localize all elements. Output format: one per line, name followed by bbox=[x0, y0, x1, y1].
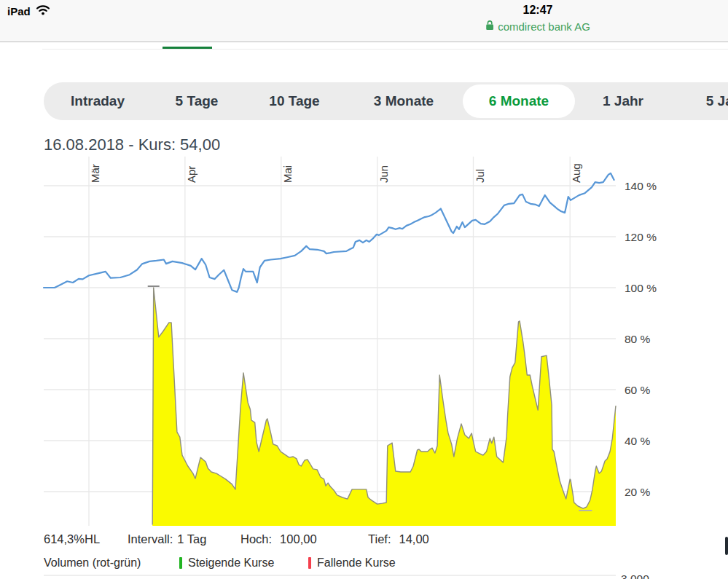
site-name: comdirect bank AG bbox=[498, 20, 590, 33]
up-label: Steigende Kurse bbox=[188, 556, 274, 570]
svg-text:Jun: Jun bbox=[377, 165, 390, 183]
address-bar[interactable]: comdirect bank AG bbox=[485, 20, 590, 33]
svg-text:Jul: Jul bbox=[474, 169, 486, 183]
interval-label: Intervall: bbox=[128, 532, 173, 545]
interval-value: 1 Tag bbox=[177, 532, 206, 545]
tab-intraday[interactable]: Intraday bbox=[71, 82, 125, 120]
tab-1-jahr[interactable]: 1 Jahr bbox=[603, 82, 643, 120]
svg-text:60 %: 60 % bbox=[625, 384, 651, 396]
tab-5-tage[interactable]: 5 Tage bbox=[176, 82, 219, 120]
status-bar: iPad 12:47 comdirect bank AG bbox=[0, 0, 728, 42]
lock-icon bbox=[485, 20, 494, 33]
svg-text:Mär: Mär bbox=[89, 164, 101, 183]
svg-text:Apr: Apr bbox=[185, 166, 197, 183]
down-label: Fallende Kurse bbox=[317, 556, 396, 570]
toolbar-rule bbox=[42, 49, 728, 50]
svg-text:80 %: 80 % bbox=[625, 333, 651, 345]
hoch-label: Hoch: bbox=[240, 532, 272, 545]
hoch-value: 100,00 bbox=[280, 532, 316, 545]
wifi-icon bbox=[36, 4, 50, 17]
hl-value: 614,3%HL bbox=[44, 532, 100, 546]
legend-up: Steigende Kurse bbox=[179, 556, 274, 570]
range-tabs: Intraday5 Tage10 Tage3 Monate6 Monate1 J… bbox=[44, 82, 728, 120]
hoch-info: Hoch:100,00 bbox=[240, 532, 317, 546]
svg-text:20 %: 20 % bbox=[625, 486, 651, 498]
svg-text:120 %: 120 % bbox=[625, 231, 657, 243]
legend-down: Fallende Kurse bbox=[308, 556, 396, 570]
svg-text:3.000: 3.000 bbox=[621, 572, 649, 579]
page-title: 16.08.2018 - Kurs: 54,00 bbox=[44, 135, 220, 154]
status-center: 12:47 comdirect bank AG bbox=[485, 4, 590, 33]
interval-info: Intervall:1 Tag bbox=[128, 532, 206, 546]
svg-text:140 %: 140 % bbox=[625, 180, 657, 192]
svg-text:Mai: Mai bbox=[281, 165, 294, 183]
volume-legend-label: Volumen (rot-grün) bbox=[44, 556, 141, 570]
scrollbar-thumb[interactable] bbox=[725, 537, 728, 555]
tief-value: 14,00 bbox=[399, 532, 428, 545]
svg-text:100 %: 100 % bbox=[625, 282, 657, 294]
nav-active-underline bbox=[163, 47, 212, 49]
tab-6-monate[interactable]: 6 Monate bbox=[489, 82, 549, 120]
tief-info: Tief:14,00 bbox=[368, 532, 429, 546]
device-label: iPad bbox=[7, 5, 31, 17]
clock: 12:47 bbox=[485, 4, 590, 17]
status-left: iPad bbox=[7, 4, 50, 17]
up-swatch bbox=[179, 557, 182, 569]
svg-text:40 %: 40 % bbox=[625, 435, 651, 447]
tab-3-monate[interactable]: 3 Monate bbox=[374, 82, 434, 120]
tief-label: Tief: bbox=[368, 532, 391, 545]
svg-text:Aug: Aug bbox=[570, 163, 582, 183]
screen: iPad 12:47 comdirect bank AG bbox=[0, 0, 728, 579]
tab-10-tage[interactable]: 10 Tage bbox=[269, 82, 319, 120]
tab-5-jahre[interactable]: 5 Jahre bbox=[706, 82, 728, 120]
down-swatch bbox=[308, 557, 311, 569]
